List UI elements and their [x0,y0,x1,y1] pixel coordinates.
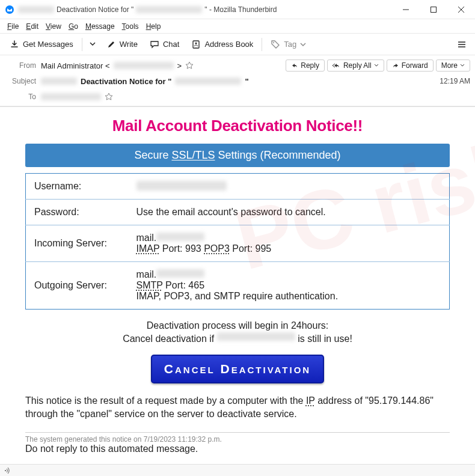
from-value: Mail Administrator <xxxxxxxx> [41,61,194,70]
star-toggle-to[interactable] [105,93,113,101]
write-button[interactable]: Write [102,37,142,52]
table-row: Username: xxxxxxxx [26,174,450,200]
separator [82,38,82,51]
table-row: Password: Use the email account's passwo… [26,200,450,225]
minimize-button[interactable] [392,0,420,19]
menu-edit[interactable]: Edit [22,21,42,32]
activity-icon [4,466,12,475]
svg-point-6 [195,42,197,44]
close-button[interactable] [447,0,475,19]
table-row: Outgoing Server: mail.xxxxx SMTP Port: 4… [26,262,450,310]
time-received: 12:19 AM [440,77,470,85]
address-book-button[interactable]: Address Book [186,37,258,52]
chat-icon [150,40,159,49]
outgoing-label: Outgoing Server: [26,262,128,310]
tag-icon [271,40,280,49]
menu-go[interactable]: Go [65,21,82,32]
toolbar: Get Messages Write Chat Address Book Tag [0,34,475,55]
settings-banner: Secure SSL/TLS Settings (Recommended) [25,144,450,167]
get-messages-label: Get Messages [23,40,73,49]
menu-message[interactable]: Message [82,21,118,32]
download-icon [10,40,19,49]
message-header: From Mail Administrator <xxxxxxxx> Reply… [0,55,475,106]
reply-all-button[interactable]: Reply All [327,60,384,72]
forward-button[interactable]: Forward [387,60,434,72]
username-label: Username: [26,174,128,200]
window-title: xxxxxx Deactivation Notice for " xxxxxxx… [18,5,392,14]
settings-table: Username: xxxxxxxx Password: Use the ema… [25,173,450,310]
svg-point-7 [273,42,274,43]
table-row: Incoming Server: mail.xxxxx IMAP Port: 9… [26,225,450,262]
address-book-icon [191,40,201,49]
pencil-icon [106,40,116,49]
svg-point-0 [5,5,14,14]
from-label: From [5,61,36,70]
username-value: xxxxxxxx [128,174,450,200]
chat-button[interactable]: Chat [145,37,184,52]
app-menu-button[interactable] [453,36,470,53]
subject-label: Subject [5,77,36,85]
star-toggle[interactable] [185,61,194,70]
menu-bar: File Edit View Go Message Tools Help [0,19,475,34]
to-value: xxxxxxxx [41,93,113,101]
menu-tools[interactable]: Tools [118,21,142,32]
noreply-text: Do not reply to this automated message. [25,444,450,454]
tag-button[interactable]: Tag [266,37,311,52]
separator [262,38,262,51]
subject-value: xxxx Deactivation Notice for "xxxxxxxx" [41,77,249,86]
title-bar: xxxxxx Deactivation Notice for " xxxxxxx… [0,0,475,19]
menu-view[interactable]: View [42,21,65,32]
password-value: Use the email account's password to canc… [128,200,450,225]
message-body: Mail Account Deactivation Notice!! Secur… [0,107,475,466]
tag-label: Tag [284,40,296,49]
svg-rect-2 [431,7,437,12]
notice-text: This notice is the result of a request m… [25,394,450,421]
divider [25,432,450,433]
get-messages-dropdown[interactable] [86,37,99,51]
incoming-label: Incoming Server: [26,225,128,262]
chat-label: Chat [163,40,179,49]
menu-file[interactable]: File [4,21,22,32]
get-messages-button[interactable]: Get Messages [5,37,78,52]
incoming-value: mail.xxxxx IMAP Port: 993 POP3 Port: 995 [128,225,450,262]
menu-help[interactable]: Help [142,21,165,32]
to-label: To [5,93,36,101]
more-button[interactable]: More [436,60,470,72]
password-label: Password: [26,200,128,225]
address-book-label: Address Book [204,40,253,49]
maximize-button[interactable] [420,0,447,19]
outgoing-value: mail.xxxxx SMTP Port: 465 IMAP, POP3, an… [128,262,450,310]
message-body-scroll[interactable]: Mail Account Deactivation Notice!! Secur… [0,106,475,476]
generated-text: The system generated this notice on 7/19… [25,435,450,444]
email-title: Mail Account Deactivation Notice!! [25,117,450,135]
reply-button[interactable]: Reply [286,60,325,72]
warning-text: Deactivation process will begin in 24hou… [25,319,450,346]
svg-point-8 [5,470,6,471]
cancel-deactivation-button[interactable]: Cancel Deactivation [151,355,324,383]
app-icon [5,5,14,14]
write-label: Write [120,40,138,49]
svg-rect-5 [193,41,199,48]
status-bar [0,464,475,476]
